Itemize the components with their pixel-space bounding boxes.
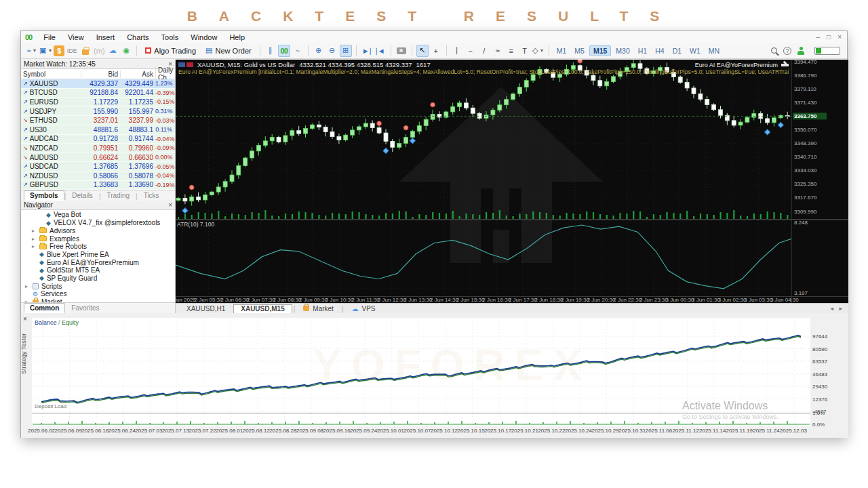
menu-tools[interactable]: Tools: [155, 33, 185, 42]
menu-help[interactable]: Help: [223, 33, 251, 42]
ide-button[interactable]: IDE: [66, 45, 78, 57]
symbol-cell: ↗XAUUSD: [21, 80, 81, 87]
navigator-item[interactable]: ◆VELOX V4.7_fix @simpleforextools: [21, 219, 175, 227]
market-watch-row[interactable]: ↘AUDUSD0.666240.666300.00%: [21, 153, 175, 163]
timeframe-m15[interactable]: M15: [589, 45, 611, 56]
market-watch-row[interactable]: ↘ETHUSD3237.013237.99-0.03%: [21, 116, 175, 125]
chart-window-icon[interactable]: ▣▼: [39, 45, 52, 57]
tab-details[interactable]: Details: [66, 190, 99, 201]
tab-scroll-arrows[interactable]: ◂ ▸: [830, 305, 848, 312]
tab-common[interactable]: Common: [24, 303, 65, 313]
price-chart[interactable]: 3394.4703386.7903379.1103371.4303363.750…: [176, 60, 848, 303]
text-tool-icon[interactable]: T: [519, 45, 531, 57]
bar-chart-icon[interactable]: ∥: [264, 45, 277, 57]
timeframe-m30[interactable]: M30: [612, 46, 633, 56]
search-icon[interactable]: [771, 47, 777, 54]
algo-trading-button[interactable]: Algo Trading: [141, 46, 200, 56]
market-watch-row[interactable]: ↗NZDUSD0.580660.58078-0.04%: [21, 171, 175, 181]
line-chart-icon[interactable]: ~: [292, 45, 304, 57]
chart-area: 3394.4703386.7903379.1103371.4303363.750…: [176, 60, 848, 313]
strategy-tester-tab[interactable]: Strategy Tester: [20, 333, 27, 374]
timeframe-h4[interactable]: H4: [652, 46, 667, 56]
screenshot-icon[interactable]: [395, 45, 408, 57]
tab-trading[interactable]: Trading: [100, 190, 136, 201]
tab-ticks[interactable]: Ticks: [138, 190, 165, 201]
timeframe-d1[interactable]: D1: [669, 46, 685, 56]
menu-view[interactable]: View: [62, 33, 90, 42]
navigator-item[interactable]: ⚙Services: [21, 290, 175, 298]
navigator-item[interactable]: ◆GoldStar MT5 EA: [21, 266, 175, 274]
column-header-bid[interactable]: Bid: [81, 70, 120, 78]
navigator-item[interactable]: ▸Advisors: [21, 227, 175, 235]
chart-tab-vps[interactable]: ☁VPS: [345, 304, 382, 313]
cloud-icon[interactable]: ☁: [106, 45, 119, 57]
signal-icon[interactable]: (m): [93, 45, 105, 57]
menu-charts[interactable]: Charts: [121, 33, 155, 42]
chart-tab-xauusdm15[interactable]: XAUUSD,M15: [233, 304, 292, 313]
symbol-label: US30: [30, 126, 47, 134]
close-icon[interactable]: ×: [23, 315, 27, 323]
market-watch-row[interactable]: ↗USDJPY155.990155.9970.31%: [21, 107, 175, 117]
cursor-icon[interactable]: ↖: [416, 45, 429, 57]
close-icon[interactable]: ×: [168, 201, 172, 209]
menu-file[interactable]: File: [37, 33, 62, 42]
market-watch-row[interactable]: ↗XAUUSD4329.3374329.4491.23%: [21, 79, 175, 89]
navigator-item[interactable]: ◆Euro AI EA@YoForexPremium: [21, 258, 175, 266]
close-button[interactable]: ×: [837, 33, 842, 41]
timeframe-mn[interactable]: MN: [705, 46, 723, 56]
market-watch-row[interactable]: ↗AUDCAD0.917280.91744-0.04%: [21, 135, 175, 144]
chart-tab-xauusdh1[interactable]: XAUUSD,H1: [180, 304, 232, 313]
minimize-button[interactable]: –: [816, 33, 821, 41]
timeframe-m5[interactable]: M5: [571, 46, 588, 56]
chart-shift-icon[interactable]: |◄: [374, 45, 387, 57]
market-watch-row[interactable]: ↗EURUSD1.172291.17235-0.15%: [21, 98, 175, 107]
tester-value-label: 46483: [812, 371, 827, 378]
tab-favorites[interactable]: Favorites: [65, 303, 105, 313]
navigator-item[interactable]: ▸Scripts: [21, 282, 175, 290]
community-user-icon[interactable]: [797, 47, 804, 55]
menu-insert[interactable]: Insert: [90, 33, 121, 42]
market-watch-row[interactable]: ↗US3048881.648883.10.11%: [21, 125, 175, 135]
timeframe-w1[interactable]: W1: [686, 46, 704, 56]
zoom-in-icon[interactable]: ⊕: [313, 45, 325, 57]
channel-icon[interactable]: ≈: [492, 45, 504, 57]
navigator-item[interactable]: ◆SP Equity Guard: [21, 274, 175, 283]
market-watch-row[interactable]: ↗GBPUSD1.336831.33690-0.19%: [21, 181, 175, 190]
vertical-line-icon[interactable]: ∣: [451, 45, 463, 57]
symbol-label: BTCUSD: [30, 89, 58, 96]
market-watch-row[interactable]: ↗USDCAD1.376851.37696-0.05%: [21, 162, 175, 171]
chart-style-icon[interactable]: ≈▼: [26, 45, 38, 57]
navigator-item[interactable]: ▸Examples: [21, 235, 175, 243]
ea-badge-label: Euro AI EA@YoForexPremium: [695, 62, 778, 68]
zoom-out-icon[interactable]: ⊖: [326, 45, 338, 57]
lock-icon[interactable]: [79, 45, 92, 57]
help-icon[interactable]: ?: [783, 47, 791, 55]
new-order-button[interactable]: ▤New Order: [201, 45, 256, 56]
column-header-symbol[interactable]: Symbol: [21, 70, 81, 78]
trendline-icon[interactable]: /: [478, 45, 490, 57]
battery-fill: [816, 48, 821, 54]
chart-tab-market[interactable]: Market: [296, 304, 340, 313]
timeframe-m1[interactable]: M1: [553, 46, 570, 56]
candle-chart-icon[interactable]: 00: [278, 45, 290, 57]
navigator-item[interactable]: ◆Blue Xpert Prime EA: [21, 251, 175, 259]
tab-symbols[interactable]: Symbols: [24, 190, 64, 201]
toolbar-separator: [391, 45, 391, 56]
horizontal-line-icon[interactable]: −: [465, 45, 477, 57]
autoscroll-icon[interactable]: ►|: [361, 45, 373, 57]
restore-button[interactable]: □: [827, 33, 831, 41]
fibonacci-icon[interactable]: ≡: [505, 45, 517, 57]
navigator-item[interactable]: ▸Free Robots: [21, 243, 175, 251]
timeframe-h1[interactable]: H1: [635, 46, 650, 56]
community-icon[interactable]: ◉: [120, 45, 132, 57]
menu-window[interactable]: Window: [184, 33, 223, 42]
navigator-item[interactable]: ◆Vega Bot: [21, 211, 175, 219]
market-watch-row[interactable]: ↗BTCUSD92188.8492201.44-0.39%: [21, 89, 175, 98]
column-header-ask[interactable]: Ask: [120, 70, 155, 78]
deposit-icon[interactable]: $: [54, 45, 64, 56]
expert-advisor-icon[interactable]: [781, 64, 789, 66]
crosshair-icon[interactable]: +: [430, 45, 442, 57]
shapes-icon[interactable]: ◇▼: [532, 45, 545, 57]
tile-windows-icon[interactable]: ⊞: [340, 45, 352, 57]
market-watch-row[interactable]: ↘NZDCAD0.799510.79960-0.09%: [21, 144, 175, 153]
